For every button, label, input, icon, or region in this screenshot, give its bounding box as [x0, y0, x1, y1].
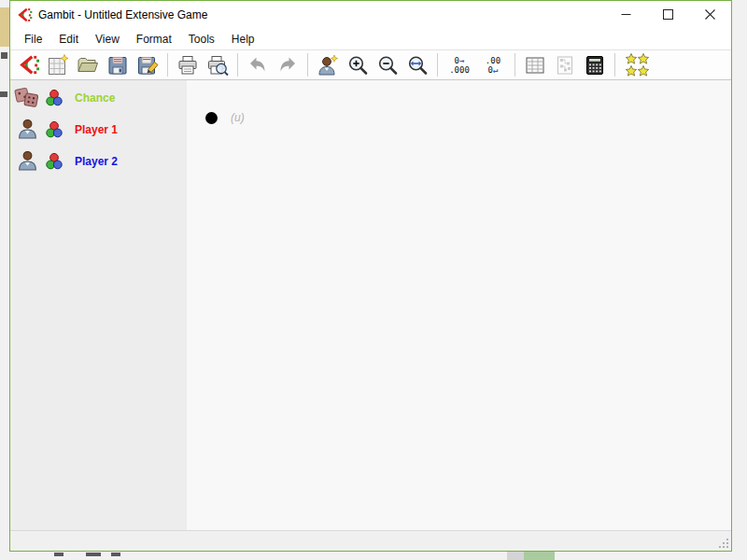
window-controls — [605, 1, 731, 28]
normal-form-table-button[interactable] — [523, 53, 547, 77]
dice-icon — [14, 86, 40, 110]
redo-arrow-icon — [276, 54, 299, 77]
print-preview-icon — [206, 54, 229, 77]
zoom-in-icon — [346, 54, 369, 77]
root-node-label: (u) — [231, 111, 245, 124]
undo-arrow-icon — [247, 54, 269, 77]
add-player-icon — [317, 54, 339, 77]
print-preview-button[interactable] — [205, 53, 230, 77]
player-sidebar: Chance Player 1 — [10, 80, 187, 530]
menu-view[interactable]: View — [87, 29, 128, 49]
player-name-player2[interactable]: Player 2 — [75, 155, 118, 168]
player-color-wheel-icon[interactable] — [45, 89, 63, 107]
open-folder-icon — [77, 54, 99, 77]
dec-decimals-top: .00 — [486, 56, 500, 65]
zoom-out-button[interactable] — [375, 53, 400, 77]
dec-decimals-arrow-icon: ↵ — [493, 65, 498, 75]
zoom-fit-button[interactable] — [405, 53, 430, 77]
inc-decimals-arrow-icon: → — [459, 56, 464, 65]
player-row-player1[interactable]: Player 1 — [10, 114, 187, 146]
maximize-button[interactable] — [647, 1, 689, 28]
toolbar-separator — [237, 53, 238, 77]
resize-grip[interactable] — [717, 537, 729, 549]
menubar: File Edit View Format Tools Help — [10, 28, 731, 50]
minimize-button[interactable] — [605, 1, 647, 28]
gambit-logo-icon — [16, 53, 40, 77]
player-color-wheel-icon[interactable] — [45, 120, 63, 139]
player-name-player1[interactable]: Player 1 — [75, 123, 118, 136]
menu-edit[interactable]: Edit — [50, 29, 87, 49]
open-game-button[interactable] — [76, 53, 100, 77]
desktop-artifact — [86, 553, 101, 556]
close-icon — [705, 9, 715, 20]
desktop-artifact — [0, 91, 7, 97]
main-content: Chance Player 1 — [10, 80, 731, 530]
desktop-artifact — [54, 553, 63, 556]
save-game-as-button[interactable] — [135, 53, 160, 77]
window-title: Gambit - Untitled Extensive Game — [38, 8, 207, 21]
menu-help[interactable]: Help — [223, 29, 263, 49]
tree-layout-button-disabled — [553, 53, 577, 77]
close-button[interactable] — [689, 1, 731, 28]
compute-equilibria-button[interactable] — [623, 53, 651, 77]
desktop-artifact — [111, 553, 120, 556]
menu-file[interactable]: File — [16, 29, 50, 49]
minimize-icon — [621, 9, 631, 20]
calculator-icon — [584, 54, 606, 77]
desktop-artifact — [507, 552, 524, 560]
save-as-floppy-pencil-icon — [136, 54, 159, 77]
toolbar-separator — [167, 53, 168, 77]
decrease-decimals-button[interactable]: .00 0↵ — [478, 53, 508, 77]
toolbar: 0→ .000 .00 0↵ — [10, 50, 731, 80]
player-person-icon — [14, 118, 40, 142]
game-tree-canvas[interactable]: (u) — [187, 80, 731, 530]
zoom-out-icon — [376, 54, 399, 77]
toolbar-separator — [614, 53, 615, 77]
desktop-artifact — [0, 7, 9, 47]
titlebar[interactable]: Gambit - Untitled Extensive Game — [10, 1, 731, 28]
statusbar — [10, 530, 731, 551]
desktop-artifact — [1, 52, 7, 59]
new-table-icon — [47, 54, 69, 77]
root-node[interactable] — [205, 112, 218, 124]
toolbar-separator — [437, 53, 438, 77]
player-row-player2[interactable]: Player 2 — [10, 146, 187, 177]
add-player-button[interactable] — [316, 53, 340, 77]
zoom-in-button[interactable] — [345, 53, 370, 77]
zoom-fit-icon — [406, 54, 429, 77]
inc-decimals-bottom: .000 — [449, 65, 470, 75]
player-name-chance[interactable]: Chance — [75, 91, 115, 105]
table-grid-icon — [524, 54, 546, 77]
increase-decimals-button[interactable]: 0→ .000 — [444, 53, 474, 77]
toolbar-separator — [514, 53, 515, 77]
undo-button[interactable] — [246, 53, 270, 77]
equilibria-stars-icon — [626, 53, 649, 77]
menu-format[interactable]: Format — [128, 29, 180, 49]
save-floppy-icon — [106, 54, 129, 77]
gambit-window: Gambit - Untitled Extensive Game File Ed… — [9, 0, 732, 552]
printer-icon — [176, 54, 199, 77]
menu-tools[interactable]: Tools — [180, 29, 223, 49]
gambit-app-icon — [16, 7, 33, 23]
maximize-icon — [663, 9, 673, 20]
print-button[interactable] — [176, 53, 200, 77]
redo-button[interactable] — [275, 53, 300, 77]
tree-layout-disabled-icon — [554, 54, 576, 77]
calculator-button[interactable] — [583, 53, 607, 77]
player-person-icon — [14, 149, 40, 174]
save-game-button[interactable] — [106, 53, 130, 77]
new-game-button[interactable] — [46, 53, 70, 77]
desktop-artifact — [524, 552, 555, 560]
player-row-chance[interactable]: Chance — [10, 82, 187, 114]
player-color-wheel-icon[interactable] — [45, 152, 63, 171]
toolbar-separator — [307, 53, 308, 77]
